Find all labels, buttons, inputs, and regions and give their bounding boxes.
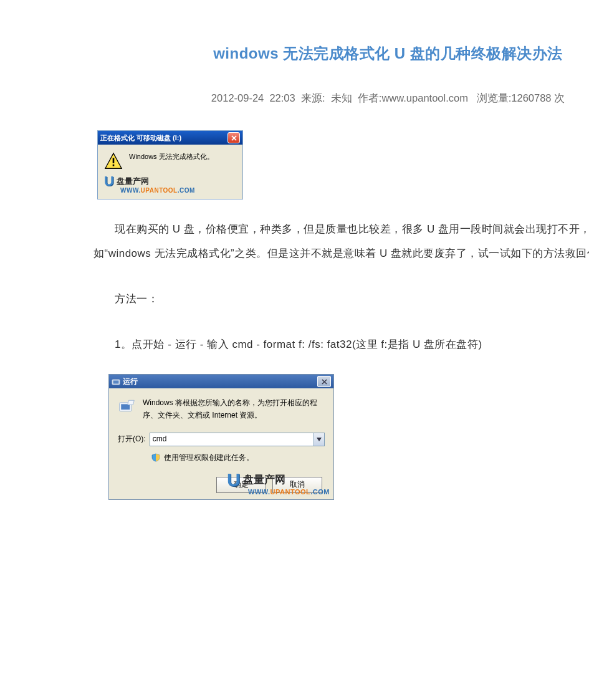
watermark-tld: .COM (178, 187, 195, 194)
svg-rect-3 (113, 381, 119, 384)
close-icon[interactable] (227, 132, 240, 143)
admin-note: 使用管理权限创建此任务。 (164, 453, 254, 463)
format-error-dialog: 正在格式化 可移动磁盘 (I:) Windows 无法完成格式化。 U 盘量产网… (97, 130, 243, 199)
svg-rect-0 (113, 158, 115, 163)
close-icon[interactable] (317, 376, 331, 387)
warning-icon (104, 152, 123, 170)
open-label: 打开(O): (118, 434, 146, 444)
run-icon (118, 397, 135, 415)
step1-text: 1。点开始 - 运行 - 输入 cmd - format f: /fs: fat… (93, 332, 589, 357)
watermark-domain: UPANTOOL (141, 187, 178, 194)
cancel-button-label: 取消 (290, 479, 305, 490)
method1-label: 方法一： (93, 287, 589, 311)
dialog2-titlebar: 运行 (109, 375, 333, 388)
page-title: windows 无法完成格式化 U 盘的几种终极解决办法 (93, 44, 589, 64)
watermark-small: U 盘量产网 WWW.UPANTOOL.COM (98, 175, 242, 199)
meta-date: 2012-09-24 (211, 92, 264, 103)
intro-paragraph: 现在购买的 U 盘，价格便宜，种类多，但是质量也比较差，很多 U 盘用一段时间就… (93, 217, 589, 266)
dialog1-titlebar: 正在格式化 可移动磁盘 (I:) (98, 131, 242, 145)
svg-rect-1 (113, 165, 115, 166)
open-combobox[interactable]: cmd (150, 433, 325, 446)
dialog2-title: 运行 (123, 376, 317, 387)
chevron-down-icon[interactable] (314, 433, 324, 446)
dialog1-title: 正在格式化 可移动磁盘 (I:) (100, 133, 227, 143)
open-value[interactable]: cmd (150, 433, 314, 446)
dialog1-message: Windows 无法完成格式化。 (129, 152, 214, 161)
ok-button-label: 确定 (234, 479, 249, 490)
meta-author-label: 作者: (358, 92, 382, 103)
watermark-www: WWW. (120, 187, 141, 194)
meta-views-label: 浏览量: (477, 92, 512, 103)
run-dialog: 运行 Windows 将根据您所输入的名称，为您打开相应的程序、文件夹、文档或 … (108, 374, 334, 499)
watermark-u-icon: U (104, 175, 114, 188)
meta-time: 22:03 (269, 92, 295, 103)
meta-source-label: 来源: (301, 92, 325, 103)
shield-icon (151, 453, 160, 462)
run-sys-icon (112, 377, 120, 386)
cancel-button[interactable]: 取消 (272, 477, 322, 493)
watermark-cn: 盘量产网 (117, 176, 149, 187)
dialog2-description: Windows 将根据您所输入的名称，为您打开相应的程序、文件夹、文档或 Int… (143, 397, 325, 421)
ok-button[interactable]: 确定 (216, 477, 266, 493)
meta-author-value: www.upantool.com (381, 92, 468, 103)
meta-views-value: 1260788 次 (511, 92, 565, 103)
article-meta: 2012-09-24 22:03 来源: 未知 作者:www.upantool.… (93, 92, 589, 105)
meta-source-value: 未知 (331, 92, 352, 103)
